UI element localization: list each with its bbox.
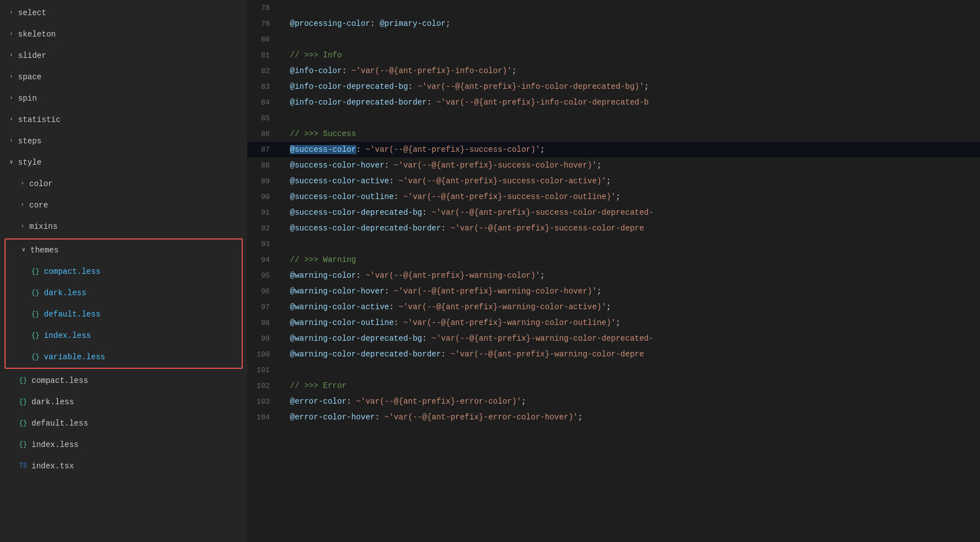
- arrow-icon: ›: [7, 94, 16, 103]
- line-content: @success-color-hover: ~'var(--@{ant-pref…: [279, 161, 602, 170]
- line-number: 80: [247, 35, 279, 44]
- code-line-84: 84 @info-color-deprecated-border: ~'var(…: [247, 94, 980, 110]
- arrow-icon: ›: [18, 179, 27, 188]
- sidebar-item-compact-less[interactable]: {} compact.less: [0, 370, 247, 391]
- code-line-78: 78: [247, 0, 980, 16]
- sidebar-item-dark-less[interactable]: {} dark.less: [0, 391, 247, 413]
- line-content: @success-color-deprecated-border: ~'var(…: [279, 224, 644, 233]
- line-content: @warning-color-deprecated-border: ~'var(…: [279, 350, 644, 359]
- line-number: 82: [247, 67, 279, 75]
- code-line-96: 96 @warning-color-hover: ~'var(--@{ant-p…: [247, 283, 980, 299]
- sidebar-item-themes[interactable]: ∨ themes: [6, 240, 242, 261]
- line-number: 86: [247, 130, 279, 138]
- sidebar-item-themes-compact[interactable]: {} compact.less: [6, 261, 242, 282]
- code-line-87: 87 @success-color: ~'var(--@{ant-prefix}…: [247, 142, 980, 157]
- sidebar-item-style[interactable]: ∨ style: [0, 152, 247, 173]
- line-content: @info-color-deprecated-bg: ~'var(--@{ant…: [279, 82, 649, 91]
- sidebar-item-label: compact.less: [31, 376, 88, 385]
- code-line-82: 82 @info-color: ~'var(--@{ant-prefix}-in…: [247, 63, 980, 79]
- sidebar-item-slider[interactable]: › slider: [0, 45, 247, 66]
- line-content: @info-color: ~'var(--@{ant-prefix}-info-…: [279, 66, 516, 75]
- line-content: // >>> Warning: [279, 255, 356, 264]
- arrow-icon: ›: [18, 222, 27, 231]
- sidebar-item-label: steps: [18, 137, 42, 146]
- arrow-icon: ›: [7, 51, 16, 60]
- line-number: 98: [247, 319, 279, 327]
- file-tree-sidebar: › select › skeleton › slider › space › s…: [0, 0, 247, 542]
- line-content: @warning-color-deprecated-bg: ~'var(--@{…: [279, 334, 654, 343]
- arrow-icon: ›: [7, 137, 16, 146]
- sidebar-item-mixins[interactable]: › mixins: [0, 216, 247, 237]
- css-file-icon: {}: [18, 418, 28, 428]
- sidebar-item-label: index.less: [31, 440, 79, 449]
- sidebar-item-themes-variable[interactable]: {} variable.less: [6, 346, 242, 368]
- code-line-93: 93: [247, 236, 980, 252]
- css-file-icon: {}: [30, 288, 40, 298]
- css-file-icon: {}: [18, 376, 28, 386]
- sidebar-item-color[interactable]: › color: [0, 173, 247, 195]
- sidebar-item-index-less[interactable]: {} index.less: [0, 434, 247, 455]
- line-content: @warning-color-outline: ~'var(--@{ant-pr…: [279, 318, 620, 327]
- sidebar-item-label: default.less: [31, 419, 88, 428]
- sidebar-item-select[interactable]: › select: [0, 2, 247, 24]
- line-content: @success-color-outline: ~'var(--@{ant-pr…: [279, 192, 620, 201]
- code-editor[interactable]: 78 79 @processing-color: @primary-color;…: [247, 0, 980, 542]
- code-line-89: 89 @success-color-active: ~'var(--@{ant-…: [247, 173, 980, 189]
- line-number: 87: [247, 146, 279, 154]
- sidebar-item-index-tsx[interactable]: TS index.tsx: [0, 455, 247, 477]
- sidebar-item-label: skeleton: [18, 30, 56, 39]
- line-number: 78: [247, 4, 279, 12]
- code-line-95: 95 @warning-color: ~'var(--@{ant-prefix}…: [247, 268, 980, 283]
- code-line-103: 103 @error-color: ~'var(--@{ant-prefix}-…: [247, 394, 980, 409]
- sidebar-item-label: compact.less: [44, 267, 101, 276]
- line-number: 89: [247, 177, 279, 186]
- code-line-94: 94 // >>> Warning: [247, 252, 980, 268]
- sidebar-item-label: color: [29, 179, 53, 188]
- line-content: @info-color-deprecated-border: ~'var(--@…: [279, 98, 649, 107]
- line-content: @success-color-deprecated-bg: ~'var(--@{…: [279, 208, 654, 217]
- line-number: 79: [247, 20, 279, 28]
- sidebar-item-label: core: [29, 201, 48, 210]
- line-number: 84: [247, 98, 279, 107]
- css-file-icon: {}: [30, 309, 40, 319]
- line-number: 104: [247, 413, 279, 422]
- arrow-icon: ›: [7, 30, 16, 39]
- sidebar-item-themes-index[interactable]: {} index.less: [6, 325, 242, 346]
- sidebar-item-label: spin: [18, 94, 37, 103]
- sidebar-item-label: statistic: [18, 115, 61, 124]
- sidebar-item-steps[interactable]: › steps: [0, 130, 247, 152]
- sidebar-item-label: index.less: [44, 331, 91, 340]
- code-line-85: 85: [247, 110, 980, 126]
- line-number: 95: [247, 272, 279, 280]
- sidebar-item-default-less[interactable]: {} default.less: [0, 413, 247, 434]
- line-content: @error-color-hover: ~'var(--@{ant-prefix…: [279, 413, 583, 422]
- code-line-104: 104 @error-color-hover: ~'var(--@{ant-pr…: [247, 409, 980, 425]
- code-line-80: 80: [247, 31, 980, 47]
- line-number: 96: [247, 287, 279, 296]
- code-line-86: 86 // >>> Success: [247, 126, 980, 142]
- code-line-101: 101: [247, 362, 980, 378]
- code-line-79: 79 @processing-color: @primary-color;: [247, 16, 980, 31]
- line-number: 90: [247, 193, 279, 201]
- line-content: @success-color: ~'var(--@{ant-prefix}-su…: [279, 145, 545, 154]
- code-line-97: 97 @warning-color-active: ~'var(--@{ant-…: [247, 299, 980, 315]
- code-line-83: 83 @info-color-deprecated-bg: ~'var(--@{…: [247, 79, 980, 94]
- sidebar-item-spin[interactable]: › spin: [0, 88, 247, 109]
- sidebar-item-themes-default[interactable]: {} default.less: [6, 304, 242, 325]
- code-line-90: 90 @success-color-outline: ~'var(--@{ant…: [247, 189, 980, 205]
- sidebar-item-statistic[interactable]: › statistic: [0, 109, 247, 130]
- line-number: 102: [247, 382, 279, 390]
- code-line-92: 92 @success-color-deprecated-border: ~'v…: [247, 220, 980, 236]
- line-content: @warning-color-active: ~'var(--@{ant-pre…: [279, 302, 611, 311]
- css-file-icon: {}: [18, 440, 28, 450]
- css-file-icon: {}: [30, 352, 40, 362]
- sidebar-item-skeleton[interactable]: › skeleton: [0, 24, 247, 45]
- sidebar-item-core[interactable]: › core: [0, 195, 247, 216]
- sidebar-item-space[interactable]: › space: [0, 66, 247, 88]
- line-number: 85: [247, 114, 279, 123]
- sidebar-item-label: space: [18, 73, 42, 82]
- code-line-100: 100 @warning-color-deprecated-border: ~'…: [247, 346, 980, 362]
- sidebar-item-themes-dark[interactable]: {} dark.less: [6, 282, 242, 304]
- line-number: 97: [247, 303, 279, 311]
- line-number: 99: [247, 335, 279, 343]
